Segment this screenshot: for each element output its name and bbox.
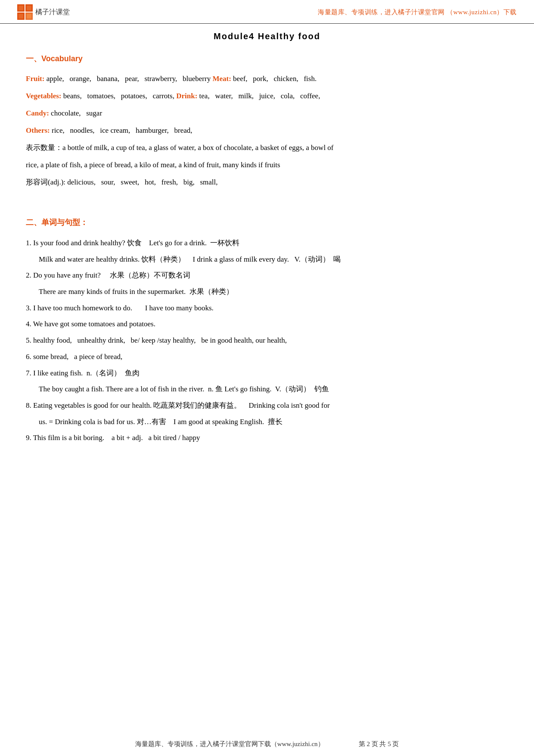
sentence-9: 9. This film is a bit boring. a bit + ad…: [26, 430, 508, 446]
vocab-line1: Fruit: apple, orange, banana, pear, stra…: [26, 72, 508, 86]
meat-label: Meat:: [212, 75, 231, 83]
sentence-4: 4. We have got some tomatoes and potatoe…: [26, 316, 508, 332]
sentence-2: 2. Do you have any fruit? 水果（总称）不可数名词: [26, 268, 508, 283]
page-footer: 海量题库、专项训练，进入橘子汁课堂官网下载（www.juzizhi.cn） 第 …: [0, 740, 534, 748]
svg-rect-6: [19, 14, 23, 19]
page-header: 橘子汁课堂 海量题库、专项训练，进入橘子汁课堂官网 （www.juzizhi.c…: [0, 0, 534, 24]
others-items: rice, noodles, ice cream, hamburger, bre…: [52, 126, 192, 134]
vocab-line2: Vegetables: beans, tomatoes, potatoes, c…: [26, 89, 508, 103]
veg-label: Vegetables:: [26, 92, 61, 100]
sentence-8: 8. Eating vegetables is good for our hea…: [26, 398, 508, 413]
svg-rect-5: [27, 6, 31, 10]
footer-inner: 海量题库、专项训练，进入橘子汁课堂官网下载（www.juzizhi.cn） 第 …: [0, 740, 534, 748]
vocab-line7: 形容词(adj.): delicious, sour, sweet, hot, …: [26, 175, 508, 190]
adjective-label: 形容词(adj.): delicious, sour, sweet, hot, …: [26, 178, 218, 186]
drink-items: tea, water, milk, juice, cola, coffee,: [199, 92, 320, 100]
sentence-3: 3. I have too much homework to do. I hav…: [26, 300, 508, 316]
quantity-cont: rice, a plate of fish, a piece of bread,…: [26, 161, 280, 169]
section1-heading: 一、Vocabulary: [26, 53, 508, 64]
header-tagline: 海量题库、专项训练，进入橘子汁课堂官网 （www.juzizhi.cn）下载: [318, 8, 517, 16]
fruit-items: apple, orange, banana, pear, strawberry,…: [47, 75, 213, 83]
sentence-7-sub: The boy caught a fish. There are a lot o…: [39, 381, 508, 397]
logo-text: 橘子汁课堂: [35, 8, 70, 17]
svg-rect-4: [19, 6, 23, 10]
drink-label: Drink:: [176, 92, 197, 100]
sentence-2-sub: There are many kinds of fruits in the su…: [39, 284, 508, 300]
sentence-1: 1. Is your food and drink healthy? 饮食 Le…: [26, 235, 508, 251]
fruit-label: Fruit:: [26, 75, 44, 83]
vocab-line3: Candy: chocolate, sugar: [26, 106, 508, 121]
quantity-label: 表示数量：a bottle of milk, a cup of tea, a g…: [26, 144, 334, 152]
footer-left: 海量题库、专项训练，进入橘子汁课堂官网下载（www.juzizhi.cn）: [135, 740, 324, 748]
section2-heading: 二、单词与句型：: [26, 217, 508, 228]
candy-items: chocolate, sugar: [51, 109, 102, 117]
logo-area: 橘子汁课堂: [17, 4, 70, 20]
sentence-5: 5. healthy food, unhealthy drink, be/ ke…: [26, 333, 508, 348]
candy-label: Candy:: [26, 109, 49, 117]
sentence-1-sub: Milk and water are healthy drinks. 饮料（种类…: [39, 252, 508, 267]
meat-items: beef, pork, chicken, fish.: [233, 75, 317, 83]
sentence-8-sub: us. = Drinking cola is bad for us. 对…有害 …: [39, 414, 508, 430]
vocab-line4: Others: rice, noodles, ice cream, hambur…: [26, 123, 508, 138]
footer-right: 第 2 页 共 5 页: [359, 740, 399, 748]
vocab-line6: rice, a plate of fish, a piece of bread,…: [26, 158, 508, 172]
logo-icon: [17, 4, 33, 20]
page-title: Module4 Healthy food: [26, 31, 508, 41]
svg-rect-7: [27, 14, 31, 19]
sentence-6: 6. some bread, a piece of bread,: [26, 349, 508, 365]
main-content: Module4 Healthy food 一、Vocabulary Fruit:…: [0, 24, 534, 472]
others-label: Others:: [26, 126, 50, 134]
sentence-7: 7. I like eating fish. n.（名词） 鱼肉: [26, 366, 508, 381]
veg-items: beans, tomatoes, potatoes, carrots,: [63, 92, 174, 100]
vocab-line5: 表示数量：a bottle of milk, a cup of tea, a g…: [26, 141, 508, 155]
